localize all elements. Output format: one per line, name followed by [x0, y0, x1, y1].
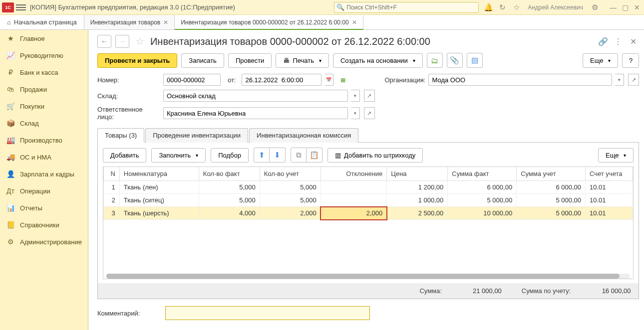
sidebar-item-admin[interactable]: ⚙Администрирование — [0, 233, 88, 250]
sidebar-item-bank[interactable]: ₽Банк и касса — [0, 64, 88, 81]
cell-dev[interactable] — [321, 194, 387, 207]
sidebar-item-assets[interactable]: 🚚ОС и НМА — [0, 149, 88, 165]
cell-qty-fact[interactable]: 4,000 — [199, 207, 260, 220]
close-panel-icon[interactable]: ✕ — [627, 35, 639, 47]
close-button[interactable]: ✕ — [632, 2, 642, 12]
link-icon[interactable]: 🔗 — [597, 35, 609, 47]
row-num[interactable]: 3 — [103, 207, 119, 220]
attach-button[interactable]: 📎 — [447, 53, 463, 68]
scroll-thumb[interactable] — [106, 274, 620, 279]
add-button[interactable]: Добавить — [103, 148, 146, 163]
cell-price[interactable]: 1 000,00 — [387, 194, 448, 207]
sidebar-item-production[interactable]: 🏭Производство — [0, 132, 88, 149]
col-deviation[interactable]: Отклонение — [321, 167, 387, 181]
nav-forward-button[interactable]: → — [115, 35, 129, 48]
sidebar-item-reports[interactable]: 📊Отчеты — [0, 199, 88, 216]
col-n[interactable]: N — [103, 167, 119, 181]
menu-dots-icon[interactable]: ⋮ — [612, 35, 624, 47]
sidebar-item-hr[interactable]: 👤Зарплата и кадры — [0, 165, 88, 182]
global-search[interactable]: 🔍 — [334, 2, 479, 13]
move-up-button[interactable]: ⬆ — [254, 148, 270, 163]
cell-price[interactable]: 1 200,00 — [387, 181, 448, 194]
settings-icon[interactable]: ⚙ — [590, 3, 599, 12]
cell-sum-acc[interactable]: 5 000,00 — [517, 207, 586, 220]
cell-qty-fact[interactable]: 5,000 — [199, 194, 260, 207]
fill-dropdown[interactable]: Заполнить — [151, 148, 206, 163]
chevron-down-icon[interactable]: ▾ — [351, 90, 360, 102]
paste-button[interactable]: 📋 — [307, 148, 322, 163]
sidebar-item-purchases[interactable]: 🛒Покупки — [0, 98, 88, 115]
sidebar-item-sales[interactable]: 🛍Продажи — [0, 81, 88, 98]
tab-inventory-doc[interactable]: Инвентаризация товаров 0000-000002 от 26… — [175, 15, 363, 30]
home-tab[interactable]: ⌂ Начальная страница — [0, 15, 84, 29]
user-display[interactable]: Андрей Алексеевич — [528, 4, 583, 11]
goods-table[interactable]: N Номенклатура Кол-во факт Кол-во учет О… — [103, 166, 634, 279]
number-field[interactable] — [163, 74, 221, 86]
bell-icon[interactable]: 🔔 — [484, 3, 493, 12]
col-qty-fact[interactable]: Кол-во факт — [199, 167, 260, 181]
sidebar-item-warehouse[interactable]: 📦Склад — [0, 115, 88, 132]
favorite-toggle[interactable]: ☆ — [133, 35, 146, 48]
table-more-dropdown[interactable]: Еще — [598, 148, 634, 163]
responsible-field[interactable] — [163, 107, 348, 119]
responsible-open-button[interactable]: ↗ — [364, 107, 375, 119]
tab-inventory-process[interactable]: Проведение инвентаризации — [145, 128, 248, 143]
print-dropdown[interactable]: 🖶Печать — [276, 53, 329, 68]
cell-account[interactable]: 10.01 — [585, 181, 633, 194]
cell-account[interactable]: 10.01 — [585, 194, 633, 207]
col-account[interactable]: Счет учета — [585, 167, 633, 181]
row-num[interactable]: 2 — [103, 194, 119, 207]
h-scrollbar[interactable] — [106, 274, 631, 279]
comment-input[interactable] — [165, 306, 370, 320]
close-icon[interactable]: ✕ — [163, 19, 168, 26]
post-button[interactable]: Провести — [228, 53, 272, 68]
col-sum-fact[interactable]: Сумма факт — [448, 167, 517, 181]
col-qty-account[interactable]: Кол-во учет — [260, 167, 321, 181]
cell-nomen[interactable]: Ткань (лен) — [119, 181, 199, 194]
table-row[interactable]: 1Ткань (лен)5,0005,0001 200,006 000,006 … — [103, 181, 633, 194]
sidebar-item-main[interactable]: ★Главное — [0, 30, 88, 47]
nav-back-button[interactable]: ← — [97, 35, 111, 48]
add-by-barcode-button[interactable]: ▥Добавить по штрихкоду — [327, 148, 423, 163]
post-and-close-button[interactable]: Провести и закрыть — [97, 53, 177, 68]
organization-field[interactable] — [428, 74, 612, 86]
cell-dev[interactable]: 2,000 — [321, 207, 387, 220]
cell-price[interactable]: 2 500,00 — [387, 207, 448, 220]
cell-qty-fact[interactable]: 5,000 — [199, 181, 260, 194]
star-icon[interactable]: ☆ — [512, 3, 521, 12]
write-button[interactable]: Записать — [181, 53, 224, 68]
cell-sum-acc[interactable]: 6 000,00 — [517, 181, 586, 194]
tab-inventory-list[interactable]: Инвентаризация товаров ✕ — [84, 15, 175, 29]
cell-sum-fact[interactable]: 6 000,00 — [448, 181, 517, 194]
copy-button[interactable]: ⧉ — [291, 148, 307, 163]
store-open-button[interactable]: ↗ — [364, 90, 375, 102]
move-down-button[interactable]: ⬇ — [270, 148, 286, 163]
cell-nomen[interactable]: Ткань (ситец) — [119, 194, 199, 207]
date-ext-button[interactable]: ▦ — [337, 74, 348, 86]
tab-commission[interactable]: Инвентаризационная комиссия — [249, 128, 358, 143]
close-icon[interactable]: ✕ — [352, 19, 357, 26]
col-price[interactable]: Цена — [387, 167, 448, 181]
cell-dev[interactable] — [321, 181, 387, 194]
cell-qty-acc[interactable]: 5,000 — [260, 194, 321, 207]
maximize-button[interactable]: ▢ — [620, 2, 630, 12]
sidebar-item-manager[interactable]: 📈Руководителю — [0, 47, 88, 64]
cell-sum-acc[interactable]: 5 000,00 — [517, 194, 586, 207]
sidebar-item-operations[interactable]: ДтОперации — [0, 182, 88, 199]
pick-button[interactable]: Подбор — [211, 148, 249, 163]
cell-nomen[interactable]: Ткань (шерсть) — [119, 207, 199, 220]
menu-icon[interactable] — [16, 2, 26, 12]
chevron-down-icon[interactable]: ▾ — [351, 107, 360, 119]
cell-qty-acc[interactable]: 5,000 — [260, 181, 321, 194]
search-input[interactable] — [346, 4, 476, 11]
col-nomenclature[interactable]: Номенклатура — [119, 167, 199, 181]
sidebar-item-catalogs[interactable]: 📒Справочники — [0, 216, 88, 233]
create-based-dropdown[interactable]: Создать на основании — [333, 53, 423, 68]
cell-account[interactable]: 10.01 — [585, 207, 633, 220]
chevron-down-icon[interactable]: ▾ — [615, 74, 624, 86]
minimize-button[interactable]: — — [608, 2, 618, 12]
row-num[interactable]: 1 — [103, 181, 119, 194]
col-sum-account[interactable]: Сумма учет — [517, 167, 586, 181]
org-open-button[interactable]: ↗ — [628, 74, 639, 86]
more-dropdown[interactable]: Еще — [583, 53, 618, 68]
